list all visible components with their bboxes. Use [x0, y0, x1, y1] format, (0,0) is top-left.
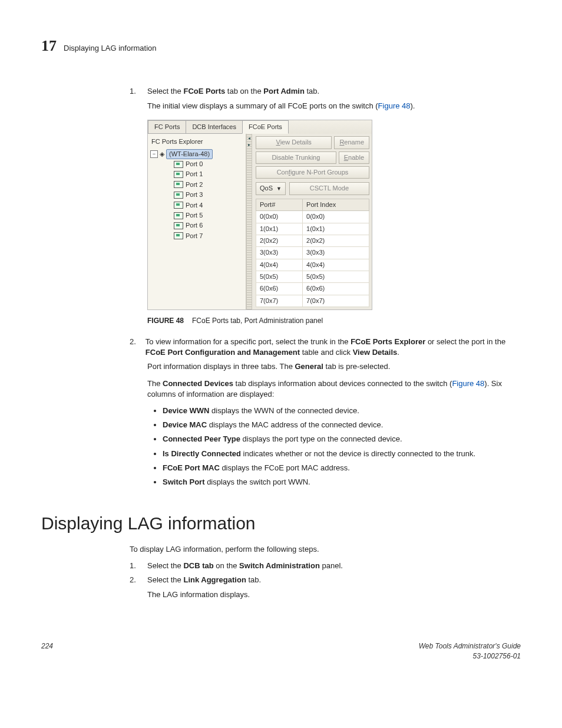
- port-icon: [174, 202, 183, 209]
- tree-port-item[interactable]: Port 4: [174, 200, 244, 210]
- figure-caption: FIGURE 48FCoE Ports tab, Port Administra…: [147, 316, 521, 326]
- tree-port-item[interactable]: Port 3: [174, 190, 244, 200]
- table-row[interactable]: 3(0x3)3(0x3): [256, 247, 369, 259]
- details-pane: View Details Rename Disable Trunking Ena…: [252, 134, 372, 309]
- tree-port-item[interactable]: Port 0: [174, 159, 244, 169]
- arrow-right-icon: ▸: [248, 141, 250, 148]
- port-icon: [174, 161, 183, 168]
- tab-dcb-interfaces[interactable]: DCB Interfaces: [186, 120, 243, 134]
- collapse-icon[interactable]: −: [150, 150, 158, 158]
- page-number: 224: [41, 641, 53, 661]
- footer-right: Web Tools Administrator's Guide 53-10027…: [419, 641, 521, 661]
- list-item: Switch Port displays the switch port WWN…: [163, 477, 521, 487]
- switch-icon: ◈: [160, 150, 164, 159]
- step-1-paragraph: The initial view displays a summary of a…: [147, 101, 521, 111]
- tree-port-item[interactable]: Port 6: [174, 220, 244, 230]
- port-icon: [174, 192, 183, 199]
- running-title: Displaying LAG information: [64, 43, 157, 54]
- connected-devices-fields: Device WWN displays the WWN of the conne…: [163, 406, 521, 487]
- port-icon: [174, 212, 183, 219]
- step-2: 2. To view information for a specific po…: [130, 337, 521, 358]
- table-row[interactable]: 0(0x0)0(0x0): [256, 211, 369, 223]
- explorer-title: FC Ports Explorer: [150, 136, 244, 149]
- arrow-left-icon: ◂: [248, 135, 250, 141]
- chevron-down-icon: ▼: [276, 185, 282, 193]
- list-item: Device MAC displays the MAC address of t…: [163, 420, 521, 430]
- tab-bar: FC Ports DCB Interfaces FCoE Ports: [148, 120, 372, 134]
- table-row[interactable]: 5(0x5)5(0x5): [256, 271, 369, 283]
- list-item: Device WWN displays the WWN of the conne…: [163, 406, 521, 416]
- port-icon: [174, 232, 183, 239]
- step-1: 1. Select the FCoE Ports tab on the Port…: [130, 86, 521, 97]
- splitter-handle[interactable]: ◂ ▸: [246, 134, 252, 309]
- col-port-number[interactable]: Port#: [256, 199, 303, 210]
- lag-step: 2.Select the Link Aggregation tab.: [130, 575, 521, 585]
- qos-dropdown[interactable]: QoS ▼: [256, 182, 286, 195]
- lag-after: The LAG information displays.: [147, 589, 521, 600]
- root-node-label[interactable]: (WT-Elara-48): [166, 149, 213, 159]
- port-icon: [174, 222, 183, 229]
- csctl-mode-button[interactable]: CSCTL Mode: [289, 182, 369, 195]
- step-2-paragraph-a: Port information displays in three tabs.…: [147, 361, 521, 372]
- ports-table: Port# Port Index 0(0x0)0(0x0)1(0x1)1(0x1…: [256, 199, 369, 308]
- configure-nport-button[interactable]: Configure N-Port Groups: [256, 166, 369, 179]
- lag-intro: To display LAG information, perform the …: [130, 544, 521, 555]
- step-number: 1.: [130, 86, 138, 97]
- table-row[interactable]: 1(0x1)1(0x1): [256, 223, 369, 235]
- table-row[interactable]: 4(0x4)4(0x4): [256, 259, 369, 271]
- tree-root[interactable]: − ◈ (WT-Elara-48): [150, 149, 244, 159]
- tab-fc-ports[interactable]: FC Ports: [148, 120, 186, 134]
- step-2-paragraph-b: The Connected Devices tab displays infor…: [147, 378, 521, 400]
- step-text: To view information for a specific port,…: [146, 337, 521, 358]
- list-item: Connected Peer Type displays the port ty…: [163, 434, 521, 444]
- enable-button[interactable]: Enable: [339, 151, 369, 164]
- lag-step: 1.Select the DCB tab on the Switch Admin…: [130, 561, 521, 571]
- step-number: 2.: [130, 337, 136, 358]
- figure-48: FC Ports DCB Interfaces FCoE Ports FC Po…: [147, 120, 521, 310]
- figure-link[interactable]: Figure 48: [452, 379, 484, 388]
- tree-port-item[interactable]: Port 2: [174, 180, 244, 190]
- port-icon: [174, 171, 183, 178]
- rename-button[interactable]: Rename: [334, 136, 369, 149]
- tree-port-item[interactable]: Port 5: [174, 210, 244, 220]
- list-item: FCoE Port MAC displays the FCoE port MAC…: [163, 463, 521, 473]
- section-heading: Displaying LAG information: [41, 511, 521, 536]
- col-port-index[interactable]: Port Index: [303, 199, 369, 210]
- table-row[interactable]: 7(0x7)7(0x7): [256, 295, 369, 307]
- list-item: Is Directly Connected indicates whether …: [163, 449, 521, 459]
- port-admin-screenshot: FC Ports DCB Interfaces FCoE Ports FC Po…: [147, 120, 372, 310]
- tab-fcoe-ports[interactable]: FCoE Ports: [242, 120, 289, 134]
- tree-port-item[interactable]: Port 1: [174, 169, 244, 179]
- table-row[interactable]: 2(0x2)2(0x2): [256, 235, 369, 246]
- explorer-pane: FC Ports Explorer − ◈ (WT-Elara-48) Port…: [148, 134, 246, 309]
- table-row[interactable]: 6(0x6)6(0x6): [256, 283, 369, 295]
- chapter-number: 17: [41, 35, 57, 57]
- view-details-button[interactable]: View Details: [256, 136, 332, 149]
- port-icon: [174, 181, 183, 188]
- step-text: Select the FCoE Ports tab on the Port Ad…: [147, 86, 319, 97]
- page-header: 17 Displaying LAG information: [41, 35, 521, 57]
- disable-trunking-button[interactable]: Disable Trunking: [256, 151, 336, 164]
- figure-link[interactable]: Figure 48: [378, 101, 411, 110]
- page-footer: 224 Web Tools Administrator's Guide 53-1…: [41, 641, 521, 661]
- tree-port-item[interactable]: Port 7: [174, 231, 244, 241]
